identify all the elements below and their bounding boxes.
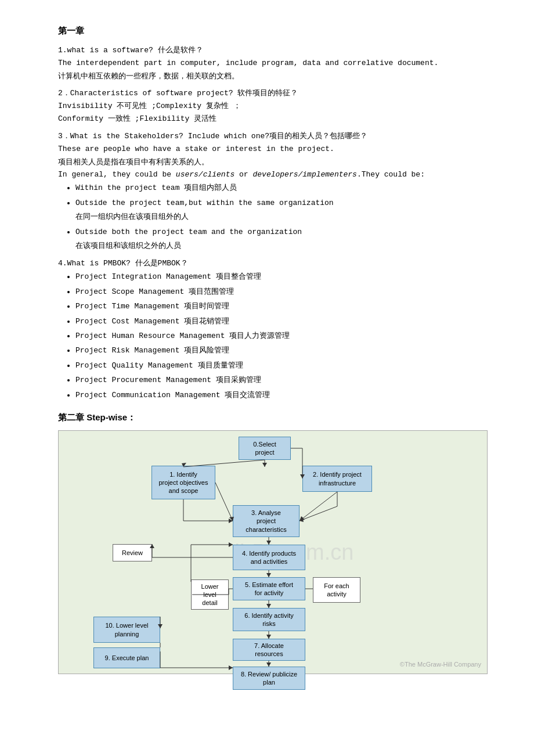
q1-answer-zh: 计算机中相互依赖的一些程序，数据，相关联的文档。 [58, 70, 488, 82]
svg-marker-14 [229, 519, 233, 523]
svg-line-8 [215, 483, 233, 521]
box-allocate-resources: 7. Allocateresources [233, 639, 305, 661]
q2-question: 2．Characteristics of software project? 软… [58, 87, 488, 100]
box-identify-objectives: 1. Identifyproject objectivesand scope [151, 466, 215, 499]
box-for-each-activity: For eachactivity [313, 577, 360, 603]
box-execute-plan: 9. Execute plan [93, 647, 160, 668]
svg-marker-35 [229, 542, 233, 547]
list-item: Project Risk Management 项目风险管理 [75, 344, 488, 357]
q2-line2: Conformity 一致性 ;Flexibility 灵活性 [58, 113, 488, 125]
chapter2-section: 第二章 Step-wise： jb51.com.cn 0.Selectproje… [58, 412, 488, 674]
list-item: Project Scope Management 项目范围管理 [75, 285, 488, 298]
svg-marker-24 [266, 635, 271, 639]
q3-en2-mid: or [234, 170, 252, 179]
q2-line1: Invisibility 不可见性 ;Complexity 复杂性 ； [58, 100, 488, 113]
svg-marker-42 [229, 665, 233, 670]
q3-en2-pre: In general, they could be [58, 170, 176, 179]
q4-section: 4.What is PMBOK? 什么是PMBOK？ Project Integ… [58, 257, 488, 402]
box-select-project: 0.Selectproject [239, 437, 291, 460]
svg-marker-22 [266, 604, 271, 608]
box-lower-level-detail: Lowerleveldetail [191, 579, 229, 610]
q3-bullet2-zh: 在同一组织内但在该项目组外的人 [75, 212, 189, 221]
svg-marker-18 [266, 541, 271, 545]
q2-section: 2．Characteristics of software project? 软… [58, 87, 488, 125]
q3-section: 3．What is the Stakeholders? Include whic… [58, 130, 488, 253]
q3-en2-post: .They could be: [357, 170, 425, 179]
box-analyse-characteristics: 3. Analyseprojectcharacteristics [233, 505, 300, 537]
box-review-publicize-plan: 8. Review/ publicizeplan [233, 667, 305, 690]
list-item: Project Quality Management 项目质量管理 [75, 359, 488, 372]
q3-en2-italic: users/clients [176, 170, 234, 179]
q3-bullet2-en: Outside the project team,but within the … [75, 199, 334, 207]
stepwise-diagram: jb51.com.cn 0.Selectproject 1. Identifyp… [58, 430, 488, 674]
svg-marker-20 [266, 573, 271, 577]
svg-line-6 [300, 506, 337, 521]
q1-question: 1.what is a software? 什么是软件？ [58, 44, 488, 57]
list-item: Within the project team 项目组内部人员 [75, 181, 488, 195]
box-review: Review [113, 544, 152, 561]
box-identify-risks: 6. Identify activityrisks [233, 608, 305, 631]
list-item: Outside both the project team and the or… [75, 225, 488, 253]
q3-bullet1: Within the project team 项目组内部人员 [75, 183, 237, 192]
q4-question: 4.What is PMBOK? 什么是PMBOK？ [58, 257, 488, 270]
list-item: Project Communication Management 项目交流管理 [75, 388, 488, 402]
list-item: Project Integration Management 项目整合管理 [75, 270, 488, 283]
q1-section: 1.what is a software? 什么是软件？ The interde… [58, 44, 488, 82]
chapter2-title: 第二章 Step-wise： [58, 412, 488, 423]
box-lower-level-planning: 10. Lower levelplanning [93, 617, 160, 643]
box-estimate-effort: 5. Estimate effortfor activity [233, 577, 305, 600]
svg-marker-1 [262, 463, 267, 467]
q3-bullet3-zh: 在该项目组和该组织之外的人员 [75, 241, 181, 250]
q3-bullet3-en: Outside both the project team and the or… [75, 228, 302, 236]
chapter1-title: 第一章 [58, 23, 488, 38]
diagram-watermark: ©The McGraw-Hill Company [400, 661, 481, 668]
list-item: Project Procurement Management 项目采购管理 [75, 373, 488, 387]
q3-answer-en: These are people who have a stake or int… [58, 143, 488, 156]
box-identify-products: 4. Identify productsand activities [233, 545, 305, 570]
q1-answer-en: The interdependent part in computer, inc… [58, 57, 488, 70]
svg-marker-26 [266, 663, 271, 667]
q4-bullets: Project Integration Management 项目整合管理 Pr… [75, 270, 488, 402]
svg-line-15 [300, 492, 337, 521]
list-item: Project Human Resource Management 项目人力资源… [75, 329, 488, 343]
q3-answer-zh: 项目相关人员是指在项目中有利害关系的人。 [58, 156, 488, 168]
q3-answer-en2: In general, they could be users/clients … [58, 168, 488, 181]
q3-question: 3．What is the Stakeholders? Include whic… [58, 130, 488, 143]
q3-bullets: Within the project team 项目组内部人员 Outside … [75, 181, 488, 253]
svg-marker-16 [300, 516, 305, 521]
list-item: Project Time Management 项目时间管理 [75, 300, 488, 313]
svg-marker-7 [300, 517, 304, 522]
box-identify-infrastructure: 2. Identify projectinfrastructure [302, 466, 372, 492]
list-item: Outside the project team,but within the … [75, 196, 488, 224]
chapter1-section: 第一章 1.what is a software? 什么是软件？ The int… [58, 23, 488, 402]
list-item: Project Cost Management 项目花销管理 [75, 315, 488, 328]
q3-en2-italic2: developers/implementers [252, 170, 356, 179]
